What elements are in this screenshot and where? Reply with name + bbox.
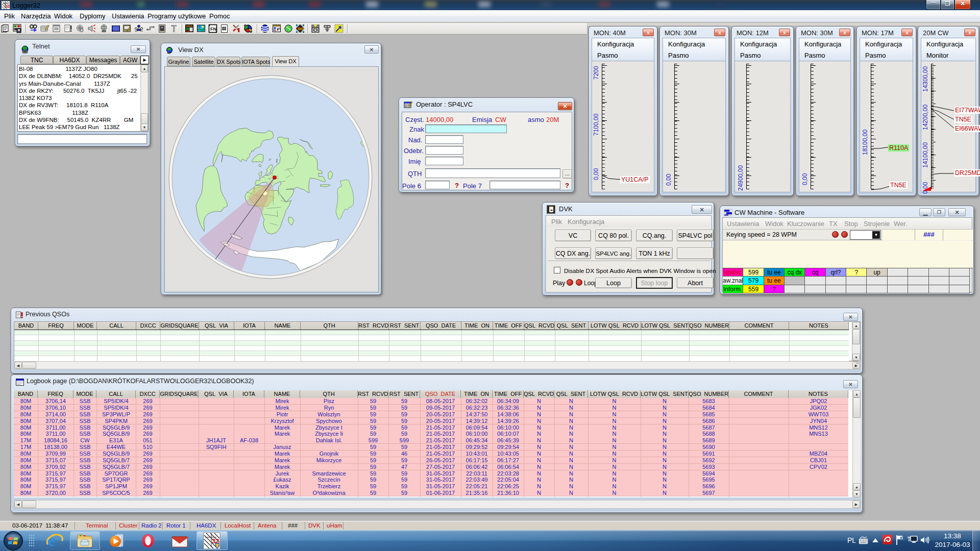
svg-text:W: W xyxy=(278,27,281,30)
svg-text:FN: FN xyxy=(210,27,216,32)
svg-text:GO: GO xyxy=(298,27,304,31)
svg-text:32: 32 xyxy=(5,4,10,9)
